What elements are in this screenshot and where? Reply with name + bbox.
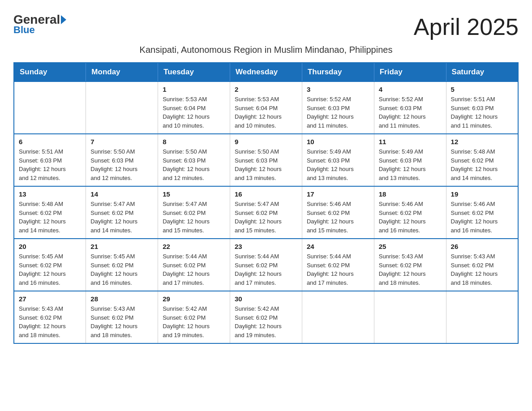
day-number: 28 [90,295,153,303]
day-number: 3 [307,86,369,93]
calendar-cell: 28Sunrise: 5:43 AM Sunset: 6:02 PM Dayli… [86,291,158,343]
day-info: Sunrise: 5:42 AM Sunset: 6:02 PM Dayligh… [163,304,225,339]
day-number: 18 [379,190,442,198]
day-info: Sunrise: 5:42 AM Sunset: 6:02 PM Dayligh… [235,304,297,339]
week-row-2: 6Sunrise: 5:51 AM Sunset: 6:03 PM Daylig… [14,134,518,186]
week-row-1: 1Sunrise: 5:53 AM Sunset: 6:04 PM Daylig… [14,81,518,134]
calendar-cell: 8Sunrise: 5:50 AM Sunset: 6:03 PM Daylig… [158,134,230,186]
day-number: 14 [90,190,153,198]
day-number: 16 [235,190,297,198]
day-info: Sunrise: 5:43 AM Sunset: 6:02 PM Dayligh… [19,304,81,339]
column-header-friday: Friday [374,63,446,81]
calendar-cell: 18Sunrise: 5:46 AM Sunset: 6:02 PM Dayli… [374,186,446,239]
column-header-wednesday: Wednesday [230,63,302,81]
calendar-cell: 30Sunrise: 5:42 AM Sunset: 6:02 PM Dayli… [230,291,302,343]
calendar-cell: 6Sunrise: 5:51 AM Sunset: 6:03 PM Daylig… [14,134,86,186]
day-number: 4 [379,86,442,93]
calendar-cell: 10Sunrise: 5:49 AM Sunset: 6:03 PM Dayli… [302,134,374,186]
logo-triangle-icon [61,15,66,24]
day-number: 6 [19,138,81,146]
day-number: 20 [19,243,81,250]
calendar-cell [374,291,446,343]
day-number: 10 [307,138,369,146]
day-info: Sunrise: 5:51 AM Sunset: 6:03 PM Dayligh… [19,147,81,182]
day-number: 27 [19,295,81,303]
column-header-sunday: Sunday [14,63,86,81]
calendar-cell: 1Sunrise: 5:53 AM Sunset: 6:04 PM Daylig… [158,81,230,134]
day-info: Sunrise: 5:43 AM Sunset: 6:02 PM Dayligh… [451,252,513,287]
calendar-cell: 22Sunrise: 5:44 AM Sunset: 6:02 PM Dayli… [158,239,230,291]
week-row-5: 27Sunrise: 5:43 AM Sunset: 6:02 PM Dayli… [14,291,518,343]
day-info: Sunrise: 5:51 AM Sunset: 6:03 PM Dayligh… [451,95,513,130]
day-number: 5 [451,86,513,93]
day-info: Sunrise: 5:43 AM Sunset: 6:02 PM Dayligh… [90,304,153,339]
day-info: Sunrise: 5:47 AM Sunset: 6:02 PM Dayligh… [163,200,225,235]
day-number: 8 [163,138,225,146]
day-info: Sunrise: 5:43 AM Sunset: 6:02 PM Dayligh… [379,252,442,287]
day-info: Sunrise: 5:47 AM Sunset: 6:02 PM Dayligh… [90,200,153,235]
day-number: 12 [451,138,513,146]
calendar-cell: 9Sunrise: 5:50 AM Sunset: 6:03 PM Daylig… [230,134,302,186]
day-number: 7 [90,138,153,146]
calendar-cell: 26Sunrise: 5:43 AM Sunset: 6:02 PM Dayli… [446,239,518,291]
calendar-cell: 23Sunrise: 5:44 AM Sunset: 6:02 PM Dayli… [230,239,302,291]
calendar-cell: 20Sunrise: 5:45 AM Sunset: 6:02 PM Dayli… [14,239,86,291]
column-header-monday: Monday [86,63,158,81]
day-number: 13 [19,190,81,198]
day-info: Sunrise: 5:52 AM Sunset: 6:03 PM Dayligh… [307,95,369,130]
day-number: 22 [163,243,225,250]
header: General Blue April 2025 [13,13,519,40]
calendar-cell: 14Sunrise: 5:47 AM Sunset: 6:02 PM Dayli… [86,186,158,239]
column-header-tuesday: Tuesday [158,63,230,81]
day-info: Sunrise: 5:46 AM Sunset: 6:02 PM Dayligh… [307,200,369,235]
day-number: 15 [163,190,225,198]
day-info: Sunrise: 5:48 AM Sunset: 6:02 PM Dayligh… [451,147,513,182]
day-info: Sunrise: 5:50 AM Sunset: 6:03 PM Dayligh… [235,147,297,182]
day-info: Sunrise: 5:50 AM Sunset: 6:03 PM Dayligh… [90,147,153,182]
calendar-cell: 29Sunrise: 5:42 AM Sunset: 6:02 PM Dayli… [158,291,230,343]
calendar-cell: 11Sunrise: 5:49 AM Sunset: 6:03 PM Dayli… [374,134,446,186]
week-row-3: 13Sunrise: 5:48 AM Sunset: 6:02 PM Dayli… [14,186,518,239]
calendar-cell: 24Sunrise: 5:44 AM Sunset: 6:02 PM Dayli… [302,239,374,291]
calendar-cell: 15Sunrise: 5:47 AM Sunset: 6:02 PM Dayli… [158,186,230,239]
calendar-cell: 5Sunrise: 5:51 AM Sunset: 6:03 PM Daylig… [446,81,518,134]
calendar-header-row: SundayMondayTuesdayWednesdayThursdayFrid… [14,63,518,81]
calendar-cell: 4Sunrise: 5:52 AM Sunset: 6:03 PM Daylig… [374,81,446,134]
calendar-cell: 27Sunrise: 5:43 AM Sunset: 6:02 PM Dayli… [14,291,86,343]
calendar-cell: 12Sunrise: 5:48 AM Sunset: 6:02 PM Dayli… [446,134,518,186]
day-info: Sunrise: 5:47 AM Sunset: 6:02 PM Dayligh… [235,200,297,235]
day-number: 23 [235,243,297,250]
day-number: 11 [379,138,442,146]
day-number: 21 [90,243,153,250]
calendar-cell: 17Sunrise: 5:46 AM Sunset: 6:02 PM Dayli… [302,186,374,239]
day-info: Sunrise: 5:45 AM Sunset: 6:02 PM Dayligh… [90,252,153,287]
day-number: 24 [307,243,369,250]
day-number: 2 [235,86,297,93]
day-info: Sunrise: 5:52 AM Sunset: 6:03 PM Dayligh… [379,95,442,130]
day-info: Sunrise: 5:45 AM Sunset: 6:02 PM Dayligh… [19,252,81,287]
day-info: Sunrise: 5:53 AM Sunset: 6:04 PM Dayligh… [163,95,225,130]
calendar-cell: 16Sunrise: 5:47 AM Sunset: 6:02 PM Dayli… [230,186,302,239]
day-info: Sunrise: 5:53 AM Sunset: 6:04 PM Dayligh… [235,95,297,130]
calendar-cell: 19Sunrise: 5:46 AM Sunset: 6:02 PM Dayli… [446,186,518,239]
day-number: 1 [163,86,225,93]
day-number: 26 [451,243,513,250]
calendar-cell [86,81,158,134]
day-info: Sunrise: 5:44 AM Sunset: 6:02 PM Dayligh… [235,252,297,287]
day-info: Sunrise: 5:48 AM Sunset: 6:02 PM Dayligh… [19,200,81,235]
week-row-4: 20Sunrise: 5:45 AM Sunset: 6:02 PM Dayli… [14,239,518,291]
day-number: 30 [235,295,297,303]
day-number: 25 [379,243,442,250]
day-number: 17 [307,190,369,198]
subtitle: Kansipati, Autonomous Region in Muslim M… [13,45,519,55]
day-number: 9 [235,138,297,146]
calendar-cell: 2Sunrise: 5:53 AM Sunset: 6:04 PM Daylig… [230,81,302,134]
day-info: Sunrise: 5:44 AM Sunset: 6:02 PM Dayligh… [163,252,225,287]
calendar: SundayMondayTuesdayWednesdayThursdayFrid… [13,62,519,344]
calendar-cell: 21Sunrise: 5:45 AM Sunset: 6:02 PM Dayli… [86,239,158,291]
logo: General Blue [13,13,66,36]
calendar-cell: 25Sunrise: 5:43 AM Sunset: 6:02 PM Dayli… [374,239,446,291]
column-header-saturday: Saturday [446,63,518,81]
column-header-thursday: Thursday [302,63,374,81]
logo-blue-text: Blue [13,24,66,36]
